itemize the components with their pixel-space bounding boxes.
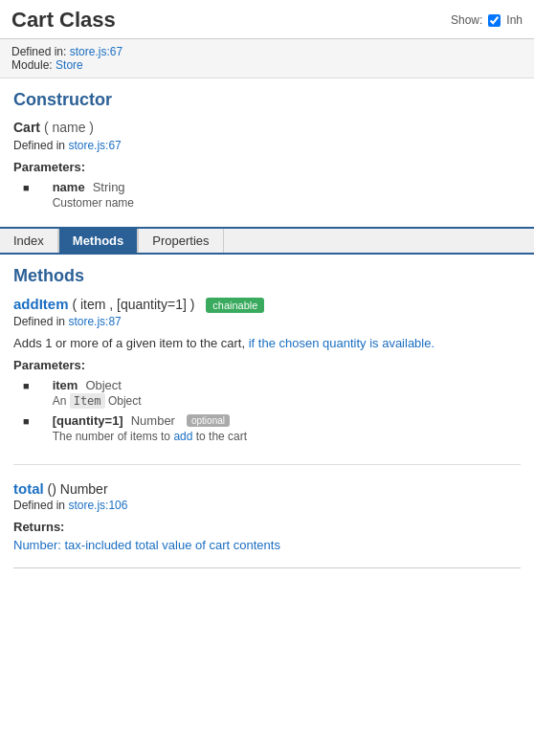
bullet-icon: ■ (23, 182, 30, 193)
chainable-badge: chainable (206, 298, 264, 313)
constructor-title: Constructor (13, 90, 521, 110)
additem-param-name-type: item Object (53, 378, 142, 392)
param-item-content: name String Customer name (53, 180, 134, 210)
param-name-type-row: name String (53, 180, 134, 194)
show-label: Show: (451, 13, 482, 27)
bullet-icon: ■ (23, 415, 30, 427)
constructor-section: Constructor Cart ( name ) Defined in sto… (0, 78, 534, 227)
quantity-param-type: Number (131, 413, 175, 428)
header-bar: Cart Class Show: Inh (0, 0, 534, 39)
methods-title: Methods (13, 266, 521, 286)
additem-quantity-param: ■ [quantity=1] Number optional The numbe… (23, 413, 521, 443)
additem-sig: addItem ( item , [quantity=1] ) chainabl… (13, 296, 521, 313)
returns-label: Returns: (13, 520, 521, 534)
tab-methods[interactable]: Methods (58, 229, 138, 253)
total-params-sig: () Number (48, 481, 108, 497)
quantity-param-desc: The number of items to add to the cart (53, 430, 247, 443)
additem-defined-in-link[interactable]: store.js:87 (68, 315, 121, 328)
additem-quantity-content: [quantity=1] Number optional The number … (53, 413, 247, 443)
additem-defined-in: Defined in store.js:87 (13, 315, 521, 328)
additem-param-type: Object (85, 378, 122, 392)
additem-quantity-name-type: [quantity=1] Number optional (53, 413, 247, 428)
total-name: total (13, 480, 44, 497)
constructor-param-list: ■ name String Customer name (13, 180, 521, 210)
method-additem: addItem ( item , [quantity=1] ) chainabl… (13, 296, 521, 465)
bullet-icon: ■ (23, 380, 30, 391)
module-label: Module: (11, 58, 53, 72)
additem-param-item-content: item Object An Item Object (53, 378, 142, 408)
total-defined-in: Defined in store.js:106 (13, 499, 521, 512)
additem-params-label: Parameters: (13, 358, 521, 372)
returns-text: Number: tax-included total value of cart… (13, 538, 521, 552)
page-title: Cart Class (11, 8, 116, 33)
add-link-text: add (173, 430, 192, 443)
constructor-params-sig: ( name ) (44, 120, 94, 135)
additem-param-list: ■ item Object An Item Object ■ [quantity… (13, 378, 521, 443)
show-controls: Show: Inh (451, 13, 523, 27)
additem-desc-link: if the chosen quantity is available. (249, 336, 434, 350)
optional-badge: optional (187, 414, 230, 427)
total-defined-in-link[interactable]: store.js:106 (68, 499, 127, 512)
defined-in-row: Defined in: store.js:67 (11, 45, 523, 58)
item-code: Item (70, 393, 105, 409)
additem-param-item: ■ item Object An Item Object (23, 378, 521, 408)
defined-in-link[interactable]: store.js:67 (70, 45, 122, 58)
tabs-bar: Index Methods Properties (0, 227, 534, 255)
constructor-defined-in-label: Defined in (13, 139, 65, 152)
additem-name: addItem (13, 296, 69, 312)
meta-box: Defined in: store.js:67 Module: Store (0, 39, 534, 78)
constructor-defined-in-link[interactable]: store.js:67 (68, 139, 121, 152)
constructor-name: Cart (13, 120, 40, 135)
total-returns-section: Returns: Number: tax-included total valu… (13, 520, 521, 552)
constructor-param-item: ■ name String Customer name (23, 180, 521, 210)
param-name: name (53, 180, 85, 194)
quantity-param-name: [quantity=1] (53, 413, 123, 428)
module-link[interactable]: Store (56, 58, 83, 72)
constructor-params-label: Parameters: (13, 160, 521, 174)
constructor-defined-in: Defined in store.js:67 (13, 139, 521, 152)
constructor-sig: Cart ( name ) (13, 120, 521, 135)
tab-index[interactable]: Index (0, 229, 58, 253)
param-desc: Customer name (53, 196, 134, 210)
show-inh-label: Inh (506, 13, 523, 27)
param-type: String (93, 180, 125, 194)
defined-in-label: Defined in: (11, 45, 66, 58)
method-total: total () Number Defined in store.js:106 … (13, 480, 521, 568)
total-sig: total () Number (13, 480, 521, 497)
tab-properties[interactable]: Properties (138, 229, 223, 253)
show-inherited-checkbox[interactable] (488, 14, 501, 27)
additem-param-name: item (53, 378, 78, 392)
additem-description: Adds 1 or more of a given item to the ca… (13, 336, 521, 350)
module-row: Module: Store (11, 58, 523, 72)
additem-param-desc: An Item Object (53, 394, 142, 408)
methods-section: Methods addItem ( item , [quantity=1] ) … (0, 255, 534, 595)
additem-params-sig: ( item , [quantity=1] ) (72, 297, 198, 312)
